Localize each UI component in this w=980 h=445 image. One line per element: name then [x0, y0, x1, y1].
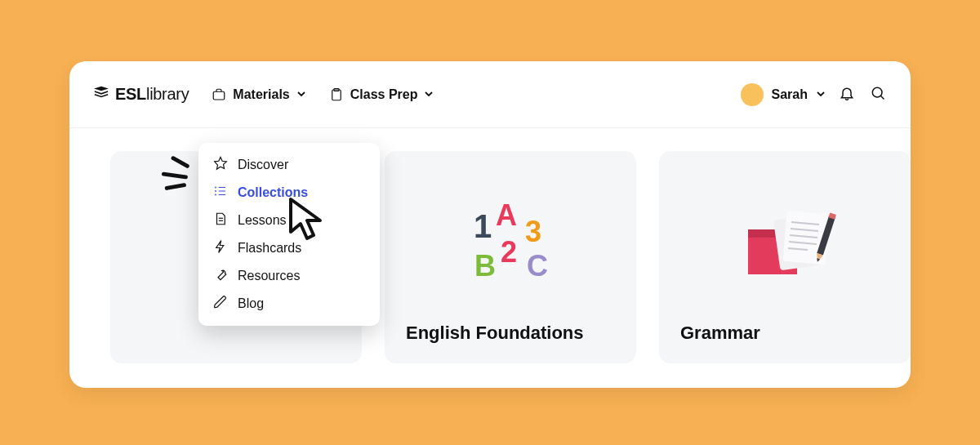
dropdown-item-discover[interactable]: Discover [198, 151, 380, 179]
star-icon [213, 156, 228, 174]
card-title: Grammar [680, 323, 889, 344]
dropdown-label: Blog [238, 296, 264, 311]
svg-text:3: 3 [525, 215, 541, 248]
svg-point-3 [872, 87, 882, 97]
dropdown-label: Lessons [238, 213, 287, 228]
pencil-icon [213, 295, 228, 313]
nav-materials-label: Materials [233, 87, 289, 102]
list-icon [213, 184, 228, 202]
avatar [741, 83, 764, 106]
dropdown-label: Resources [238, 269, 300, 283]
nav-materials[interactable]: Materials [212, 87, 305, 102]
search-icon [870, 85, 886, 105]
chevron-down-icon [424, 87, 434, 102]
dropdown-item-blog[interactable]: Blog [198, 290, 380, 318]
bell-icon [839, 85, 855, 105]
clipboard-icon [329, 87, 344, 102]
notifications-button[interactable] [837, 85, 857, 105]
user-area: Sarah [741, 83, 888, 106]
wrench-icon [213, 267, 228, 285]
svg-rect-0 [214, 91, 225, 100]
card-art: 1 A 3 2 B C [406, 171, 615, 313]
svg-text:A: A [496, 198, 517, 232]
logo-text-bold: ESL [115, 85, 146, 103]
user-name: Sarah [772, 87, 808, 102]
dropdown-label: Discover [238, 158, 288, 172]
dropdown-item-resources[interactable]: Resources [198, 262, 380, 290]
nav-class-prep-label: Class Prep [350, 87, 418, 102]
emphasis-lines-icon [149, 151, 197, 203]
svg-point-25 [215, 194, 216, 196]
user-menu[interactable]: Sarah [741, 83, 826, 106]
document-icon [213, 211, 228, 229]
topbar: ESLlibrary Materials Class Prep [69, 61, 911, 128]
briefcase-icon [212, 87, 226, 102]
card-english-foundations[interactable]: 1 A 3 2 B C English Foundations [385, 151, 636, 363]
search-button[interactable] [868, 85, 888, 105]
lightning-icon [213, 239, 228, 257]
svg-text:C: C [527, 249, 548, 283]
svg-point-21 [215, 187, 216, 189]
logo[interactable]: ESLlibrary [92, 85, 189, 104]
app-window: ESLlibrary Materials Class Prep [69, 61, 911, 388]
chevron-down-icon [296, 87, 306, 102]
svg-text:1: 1 [474, 208, 492, 244]
svg-point-23 [215, 190, 216, 192]
cursor-icon [286, 196, 328, 248]
books-icon [92, 85, 110, 104]
card-art [680, 171, 889, 313]
chevron-down-icon [816, 87, 826, 102]
nav-class-prep[interactable]: Class Prep [329, 87, 434, 102]
card-title: English Foundations [406, 323, 615, 344]
card-grammar[interactable]: Grammar [659, 151, 911, 363]
logo-text-light: library [146, 85, 189, 103]
svg-text:2: 2 [501, 235, 517, 269]
svg-text:B: B [474, 249, 496, 283]
